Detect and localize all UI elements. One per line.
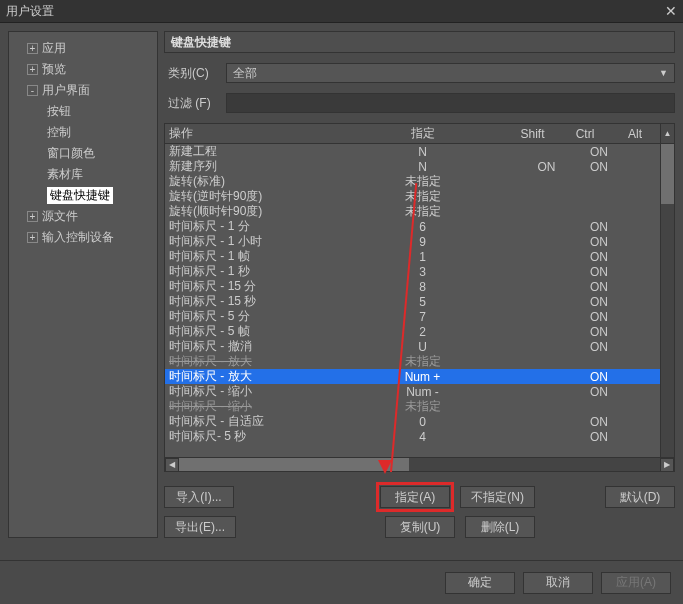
expand-icon[interactable]: + [27,43,38,54]
hscroll-thumb[interactable] [179,458,409,471]
cell-assign: 5 [380,295,465,309]
scroll-right-icon[interactable]: ▶ [660,458,674,472]
panel-title: 键盘快捷键 [164,31,675,53]
table-row[interactable]: 时间标尺 - 撤消UON [165,339,674,354]
import-button[interactable]: 导入(I)... [164,486,234,508]
table-row[interactable]: 时间标尺- 5 秒4ON [165,429,674,444]
cell-ctrl: ON [574,250,624,264]
table-row[interactable]: 时间标尺 - 1 秒3ON [165,264,674,279]
dialog-footer: 确定 取消 应用(A) [0,560,683,604]
cell-ctrl: ON [574,340,624,354]
table-row[interactable]: 时间标尺 - 缩小Num -ON [165,384,674,399]
cell-assign: 0 [380,415,465,429]
category-dropdown[interactable]: 全部 ▼ [226,63,675,83]
tree-item[interactable]: +应用 [11,38,155,59]
tree-item[interactable]: 键盘快捷键 [11,185,155,206]
assign-button[interactable]: 指定(A) [380,486,450,508]
cell-action: 时间标尺- 5 秒 [165,428,380,445]
default-button[interactable]: 默认(D) [605,486,675,508]
table-row[interactable]: 时间标尺 - 自适应0ON [165,414,674,429]
header-alt[interactable]: Alt [610,127,660,141]
table-row[interactable]: 时间标尺 - 缩小未指定 [165,399,674,414]
table-row[interactable]: 时间标尺 - 5 帧2ON [165,324,674,339]
scrollbar-thumb[interactable] [661,144,674,204]
cell-ctrl: ON [574,325,624,339]
tree-item-label: 用户界面 [42,82,90,99]
table-row[interactable]: 时间标尺 - 放大未指定 [165,354,674,369]
tree-item-label: 源文件 [42,208,78,225]
export-button[interactable]: 导出(E)... [164,516,236,538]
cell-ctrl: ON [574,310,624,324]
expand-icon[interactable]: + [27,211,38,222]
cancel-button[interactable]: 取消 [523,572,593,594]
table-row[interactable]: 时间标尺 - 15 秒5ON [165,294,674,309]
table-row[interactable]: 时间标尺 - 1 小时9ON [165,234,674,249]
cell-assign: Num - [380,385,465,399]
table-row[interactable]: 旋转(逆时针90度)未指定 [165,189,674,204]
scroll-left-icon[interactable]: ◀ [165,458,179,472]
cell-assign: 3 [380,265,465,279]
cell-shift: ON [519,160,574,174]
cell-ctrl: ON [574,220,624,234]
tree-item-label: 预览 [42,61,66,78]
tree-item[interactable]: 窗口颜色 [11,143,155,164]
header-ctrl[interactable]: Ctrl [560,127,610,141]
cell-assign: 1 [380,250,465,264]
tree-item-label: 窗口颜色 [47,145,95,162]
header-shift[interactable]: Shift [505,127,560,141]
tree-item-label: 应用 [42,40,66,57]
expand-icon[interactable]: + [27,232,38,243]
table-row[interactable]: 时间标尺 - 1 分6ON [165,219,674,234]
tree-item[interactable]: +输入控制设备 [11,227,155,248]
table-row[interactable]: 时间标尺 - 5 分7ON [165,309,674,324]
cell-assign: 9 [380,235,465,249]
cell-ctrl: ON [574,280,624,294]
scroll-up-icon[interactable]: ▲ [660,124,674,143]
cell-assign: 4 [380,430,465,444]
cell-assign: 未指定 [380,203,465,220]
window-title: 用户设置 [6,3,54,20]
expand-icon[interactable]: + [27,64,38,75]
filter-label: 过滤 (F) [168,95,218,112]
horizontal-scrollbar[interactable]: ◀ ▶ [165,457,674,471]
cell-assign: 2 [380,325,465,339]
table-row[interactable]: 新建序列NONON [165,159,674,174]
collapse-icon[interactable]: - [27,85,38,96]
tree-item[interactable]: 控制 [11,122,155,143]
filter-input[interactable] [226,93,675,113]
cell-ctrl: ON [574,160,624,174]
delete-button[interactable]: 删除(L) [465,516,535,538]
header-action[interactable]: 操作 [165,125,380,142]
tree-item-label: 键盘快捷键 [47,187,113,204]
cell-assign: Num + [380,370,465,384]
tree-item[interactable]: +源文件 [11,206,155,227]
cell-ctrl: ON [574,145,624,159]
cell-assign: N [380,145,465,159]
cell-assign: 未指定 [380,353,465,370]
copy-button[interactable]: 复制(U) [385,516,455,538]
tree-item[interactable]: +预览 [11,59,155,80]
cell-ctrl: ON [574,385,624,399]
vertical-scrollbar[interactable] [660,144,674,457]
cell-ctrl: ON [574,415,624,429]
unassign-button[interactable]: 不指定(N) [460,486,535,508]
table-row[interactable]: 时间标尺 - 1 帧1ON [165,249,674,264]
settings-tree[interactable]: +应用+预览-用户界面按钮控制窗口颜色素材库键盘快捷键+源文件+输入控制设备 [8,31,158,538]
table-row[interactable]: 时间标尺 - 放大Num +ON [165,369,674,384]
table-row[interactable]: 时间标尺 - 15 分8ON [165,279,674,294]
ok-button[interactable]: 确定 [445,572,515,594]
tree-item[interactable]: -用户界面 [11,80,155,101]
category-value: 全部 [233,65,257,82]
header-assign[interactable]: 指定 [380,125,465,142]
table-body[interactable]: 新建工程NON新建序列NONON旋转(标准)未指定旋转(逆时针90度)未指定旋转… [165,144,674,457]
titlebar: 用户设置 ✕ [0,0,683,23]
tree-item[interactable]: 按钮 [11,101,155,122]
table-row[interactable]: 新建工程NON [165,144,674,159]
cell-ctrl: ON [574,295,624,309]
apply-button[interactable]: 应用(A) [601,572,671,594]
table-row[interactable]: 旋转(标准)未指定 [165,174,674,189]
tree-item[interactable]: 素材库 [11,164,155,185]
close-icon[interactable]: ✕ [665,3,677,19]
shortcut-table: 操作 指定 Shift Ctrl Alt ▲ 新建工程NON新建序列NONON旋… [164,123,675,472]
table-row[interactable]: 旋转(顺时针90度)未指定 [165,204,674,219]
